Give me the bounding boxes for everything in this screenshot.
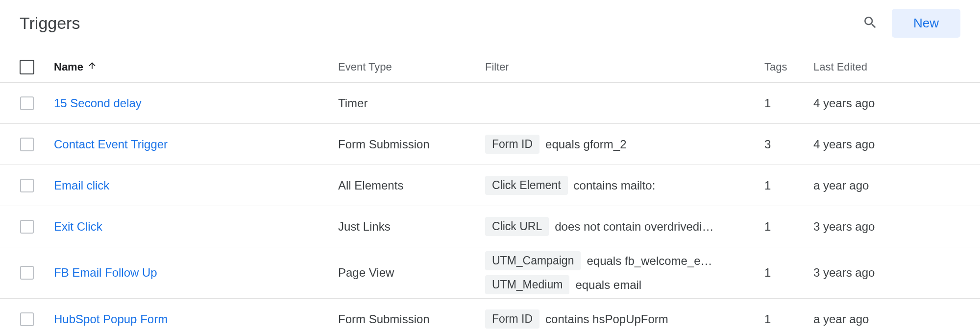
last-edited-cell: 4 years ago — [813, 96, 960, 110]
last-edited-cell: a year ago — [813, 312, 960, 326]
filter-cell: Click Elementcontains mailto: — [485, 176, 764, 195]
column-header-last-edited[interactable]: Last Edited — [813, 61, 960, 73]
trigger-name-cell: Email click — [54, 179, 338, 192]
table-row[interactable]: Exit ClickJust LinksClick URLdoes not co… — [0, 206, 980, 247]
event-type-cell: All Elements — [338, 179, 485, 192]
trigger-name-cell: Exit Click — [54, 220, 338, 234]
last-edited-cell: a year ago — [813, 179, 960, 192]
sort-asc-icon — [87, 61, 97, 73]
select-all-cell — [0, 60, 54, 74]
filter-field-chip: UTM_Campaign — [485, 251, 581, 270]
filter-field-chip: Form ID — [485, 135, 539, 154]
filter-cell: UTM_Campaignequals fb_welcome_e…UTM_Medi… — [485, 251, 764, 294]
filter-line: Click URLdoes not contain overdrivedi… — [485, 217, 764, 236]
last-edited-cell: 4 years ago — [813, 138, 960, 151]
column-header-filter[interactable]: Filter — [485, 61, 764, 73]
trigger-name-cell: FB Email Follow Up — [54, 266, 338, 280]
page-header: Triggers New — [0, 0, 980, 51]
table-row[interactable]: HubSpot Popup FormForm SubmissionForm ID… — [0, 299, 980, 332]
filter-line: UTM_Campaignequals fb_welcome_e… — [485, 251, 764, 270]
table-body: 15 Second delayTimer14 years agoContact … — [0, 83, 980, 332]
trigger-name-cell: HubSpot Popup Form — [54, 312, 338, 326]
filter-cell: Click URLdoes not contain overdrivedi… — [485, 217, 764, 236]
row-checkbox[interactable] — [20, 220, 34, 234]
tags-cell: 1 — [764, 96, 813, 110]
tags-cell: 1 — [764, 312, 813, 326]
filter-field-chip: Click Element — [485, 176, 568, 195]
table-header-row: Name Event Type Filter Tags Last Edited — [0, 51, 980, 83]
row-checkbox[interactable] — [20, 179, 34, 192]
filter-line: Click Elementcontains mailto: — [485, 176, 764, 195]
table-row[interactable]: FB Email Follow UpPage ViewUTM_Campaigne… — [0, 247, 980, 299]
tags-cell: 1 — [764, 266, 813, 280]
row-checkbox-cell — [0, 96, 54, 110]
last-edited-cell: 3 years ago — [813, 266, 960, 280]
filter-field-chip: Form ID — [485, 309, 539, 329]
filter-cell: Form IDcontains hsPopUpForm — [485, 309, 764, 329]
triggers-table: Name Event Type Filter Tags Last Edited … — [0, 51, 980, 332]
trigger-name-link[interactable]: Exit Click — [54, 220, 102, 233]
tags-cell: 1 — [764, 220, 813, 234]
tags-cell: 1 — [764, 179, 813, 192]
event-type-cell: Just Links — [338, 220, 485, 234]
trigger-name-link[interactable]: 15 Second delay — [54, 96, 142, 110]
row-checkbox[interactable] — [20, 96, 34, 110]
row-checkbox[interactable] — [20, 138, 34, 151]
search-icon — [862, 15, 878, 32]
page-title: Triggers — [20, 14, 858, 33]
row-checkbox[interactable] — [20, 266, 34, 280]
column-header-event-type[interactable]: Event Type — [338, 61, 485, 73]
row-checkbox-cell — [0, 312, 54, 326]
filter-condition-text: equals gform_2 — [545, 138, 626, 151]
row-checkbox-cell — [0, 179, 54, 192]
filter-field-chip: UTM_Medium — [485, 275, 569, 294]
trigger-name-cell: Contact Event Trigger — [54, 138, 338, 151]
select-all-checkbox[interactable] — [20, 60, 34, 74]
filter-condition-text: contains hsPopUpForm — [545, 312, 668, 326]
event-type-cell: Form Submission — [338, 312, 485, 326]
column-header-name-label: Name — [54, 61, 83, 73]
filter-field-chip: Click URL — [485, 217, 549, 236]
tags-cell: 3 — [764, 138, 813, 151]
trigger-name-link[interactable]: Contact Event Trigger — [54, 138, 168, 151]
new-button[interactable]: New — [892, 9, 960, 38]
table-row[interactable]: Contact Event TriggerForm SubmissionForm… — [0, 124, 980, 165]
filter-cell: Form IDequals gform_2 — [485, 135, 764, 154]
row-checkbox-cell — [0, 138, 54, 151]
event-type-cell: Timer — [338, 96, 485, 110]
filter-condition-text: equals fb_welcome_e… — [587, 254, 712, 268]
column-header-name[interactable]: Name — [54, 61, 338, 73]
filter-line: Form IDequals gform_2 — [485, 135, 764, 154]
trigger-name-link[interactable]: FB Email Follow Up — [54, 266, 157, 279]
filter-line: Form IDcontains hsPopUpForm — [485, 309, 764, 329]
trigger-name-link[interactable]: HubSpot Popup Form — [54, 312, 168, 326]
table-row[interactable]: Email clickAll ElementsClick Elementcont… — [0, 165, 980, 206]
search-button[interactable] — [858, 11, 883, 36]
last-edited-cell: 3 years ago — [813, 220, 960, 234]
filter-condition-text: equals email — [575, 278, 641, 292]
trigger-name-cell: 15 Second delay — [54, 96, 338, 110]
event-type-cell: Page View — [338, 266, 485, 280]
filter-line: UTM_Mediumequals email — [485, 275, 764, 294]
filter-condition-text: does not contain overdrivedi… — [555, 220, 713, 234]
row-checkbox[interactable] — [20, 312, 34, 326]
filter-condition-text: contains mailto: — [574, 179, 656, 192]
column-header-tags[interactable]: Tags — [764, 61, 813, 73]
row-checkbox-cell — [0, 266, 54, 280]
trigger-name-link[interactable]: Email click — [54, 179, 109, 192]
table-row[interactable]: 15 Second delayTimer14 years ago — [0, 83, 980, 124]
row-checkbox-cell — [0, 220, 54, 234]
event-type-cell: Form Submission — [338, 138, 485, 151]
